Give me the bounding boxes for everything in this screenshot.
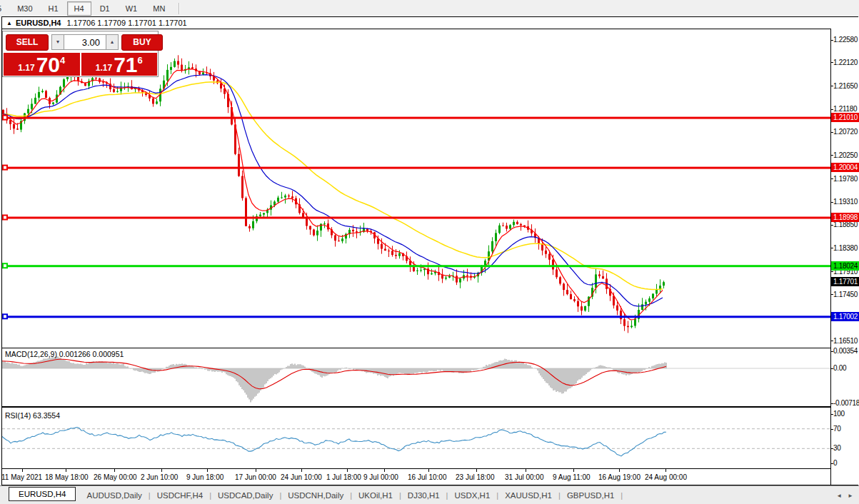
buy-button[interactable]: BUY <box>121 34 163 51</box>
volume-increase-icon[interactable]: ▴ <box>106 34 119 50</box>
ma-fast-line <box>2 69 663 320</box>
toolbar-separator <box>179 3 180 14</box>
volume-input[interactable] <box>64 34 106 50</box>
price-axis[interactable]: 1.225801.221201.216501.211801.207201.202… <box>831 17 859 485</box>
chart-quotes-label: 1.17706 1.17709 1.17701 1.17701 <box>67 19 187 27</box>
timeframe-button-d1[interactable]: D1 <box>93 1 117 16</box>
timeframe-button-h1[interactable]: H1 <box>41 1 66 16</box>
tab-separator: | <box>621 491 623 500</box>
date-label: 1 Jul 18:00 <box>326 473 361 481</box>
pane-separator[interactable] <box>2 406 830 408</box>
sell-price-display[interactable]: 1.17704 <box>4 53 80 76</box>
macd-label: MACD(12,26,9) 0.001266 0.000951 <box>5 350 124 358</box>
tabs-scroll-left-icon[interactable]: ◄ <box>836 493 842 499</box>
tab-usdx-h1[interactable]: USDX,H1 <box>448 489 496 502</box>
tab-audusd-daily[interactable]: AUDUSD,Daily <box>80 489 148 502</box>
tabs-scroll-right-icon[interactable]: ► <box>848 493 853 499</box>
macd-axis-label: 0.00354 <box>833 347 858 356</box>
macd-axis-label: 0.00 <box>833 364 846 373</box>
level-line-handle <box>3 166 7 170</box>
macd-histogram <box>2 356 666 403</box>
tab-eurusd-h4[interactable]: EURUSD,H4 <box>9 487 76 501</box>
current-price-label: 1.17701 <box>831 277 859 286</box>
timeframe-button-w1[interactable]: W1 <box>119 1 145 16</box>
price-tick-label: 1.20250 <box>833 151 858 160</box>
date-label: 17 Jun 00:00 <box>235 473 276 481</box>
date-label: 11 May 2021 <box>1 473 42 481</box>
rsi-indicator-pane[interactable] <box>2 408 830 468</box>
horizontal-level-line <box>2 117 830 119</box>
tab-usdchf-h4[interactable]: USDCHF,H4 <box>151 489 210 502</box>
macd-indicator-pane[interactable] <box>2 348 830 406</box>
ma-mid-line <box>2 75 663 306</box>
tab-dj30-h1[interactable]: DJ30,H1 <box>401 489 446 502</box>
price-level-label: 1.18024 <box>831 261 859 271</box>
chart-tabs-bar: EURUSD,H4AUDUSD,Daily|USDCHF,H4|USDCAD,D… <box>0 485 859 504</box>
tab-gbpusd-h1[interactable]: GBPUSD,H1 <box>561 489 621 502</box>
date-label: 18 May 18:00 <box>45 473 89 481</box>
timeframe-toolbar: 5M30H1H4D1W1MN <box>0 0 859 16</box>
date-tick <box>619 469 620 472</box>
timeframe-button-h4[interactable]: H4 <box>67 1 91 16</box>
sell-price-sup: 4 <box>60 55 65 66</box>
trade-controls-row: SELL ▾ ▴ BUY <box>3 31 158 53</box>
level-line-handle <box>3 314 7 318</box>
price-level-label: 1.21010 <box>831 113 859 122</box>
date-label: 9 Aug 11:00 <box>553 473 591 481</box>
date-label: 26 May 00:00 <box>94 473 137 481</box>
time-axis[interactable]: 11 May 202118 May 18:0026 May 00:002 Jun… <box>2 469 830 485</box>
chart-title-bar: ▲ EURUSD,H4 1.17706 1.17709 1.17701 1.17… <box>2 17 858 29</box>
timeframe-button-5[interactable]: 5 <box>0 1 9 16</box>
price-tick-label: 1.19310 <box>833 198 858 206</box>
horizontal-level-line <box>2 265 830 267</box>
sell-button[interactable]: SELL <box>6 34 49 51</box>
buy-price-sup: 6 <box>138 55 143 66</box>
date-tick <box>526 469 526 472</box>
date-label: 16 Jul 10:00 <box>408 473 447 481</box>
date-label: 2 Jun 10:00 <box>141 473 178 481</box>
candlestick-layer <box>2 55 665 333</box>
price-tick-label: 1.18380 <box>833 244 858 253</box>
collapse-triangle-icon[interactable]: ▲ <box>6 20 12 26</box>
sell-price-prefix: 1.17 <box>18 63 34 73</box>
buy-price-prefix: 1.17 <box>96 63 112 73</box>
tabs-scroll-arrows: ◄ ► <box>836 493 853 499</box>
date-tick <box>22 469 23 472</box>
volume-decrease-icon[interactable]: ▾ <box>51 34 64 50</box>
macd-axis-label: -0.00718 <box>833 399 859 408</box>
date-tick <box>476 469 477 472</box>
buy-price-display[interactable]: 1.17716 <box>81 53 158 76</box>
price-tick-label: 1.17450 <box>833 291 858 299</box>
rsi-line <box>2 428 666 456</box>
rsi-label: RSI(14) 63.3554 <box>5 411 60 420</box>
date-tick <box>256 469 256 472</box>
date-tick <box>301 469 302 472</box>
mt4-terminal: 5M30H1H4D1W1MN ▲ EURUSD,H4 1.17706 1.177… <box>0 0 859 504</box>
date-label: 9 Jul 00:00 <box>363 473 398 481</box>
timeframe-button-m30[interactable]: M30 <box>10 1 39 16</box>
date-label: 31 Jul 00:00 <box>505 473 544 481</box>
price-tick-label: 1.22580 <box>833 36 858 44</box>
rsi-axis-label: 100 <box>833 410 845 418</box>
price-tick-label: 1.19780 <box>833 175 858 183</box>
tab-usdcnh-daily[interactable]: USDCNH,Daily <box>281 489 350 502</box>
tab-usdcad-daily[interactable]: USDCAD,Daily <box>211 489 279 502</box>
timeframe-button-mn[interactable]: MN <box>146 1 172 16</box>
horizontal-level-line <box>2 217 830 219</box>
price-tick-label: 1.21650 <box>833 82 858 91</box>
level-line-handle <box>3 216 7 220</box>
trade-prices-row: 1.17704 1.17716 <box>3 53 158 76</box>
price-chart-pane[interactable] <box>2 30 830 348</box>
price-level-label: 1.17002 <box>831 312 859 321</box>
level-line-handle <box>3 116 7 120</box>
level-line-handle <box>3 263 7 268</box>
date-label: 16 Aug 19:00 <box>598 473 641 481</box>
date-label: 9 Jun 18:00 <box>186 473 223 481</box>
chart-symbol-label: EURUSD,H4 <box>16 19 61 27</box>
tab-ukoil-h1[interactable]: UKOil,H1 <box>352 489 399 502</box>
price-tick-label: 1.20720 <box>833 128 858 136</box>
rsi-axis-label: 30 <box>833 444 841 453</box>
date-label: 24 Aug 00:00 <box>645 473 687 481</box>
tab-xauusd-h1[interactable]: XAUUSD,H1 <box>498 489 558 502</box>
price-level-label: 1.20004 <box>831 163 859 172</box>
